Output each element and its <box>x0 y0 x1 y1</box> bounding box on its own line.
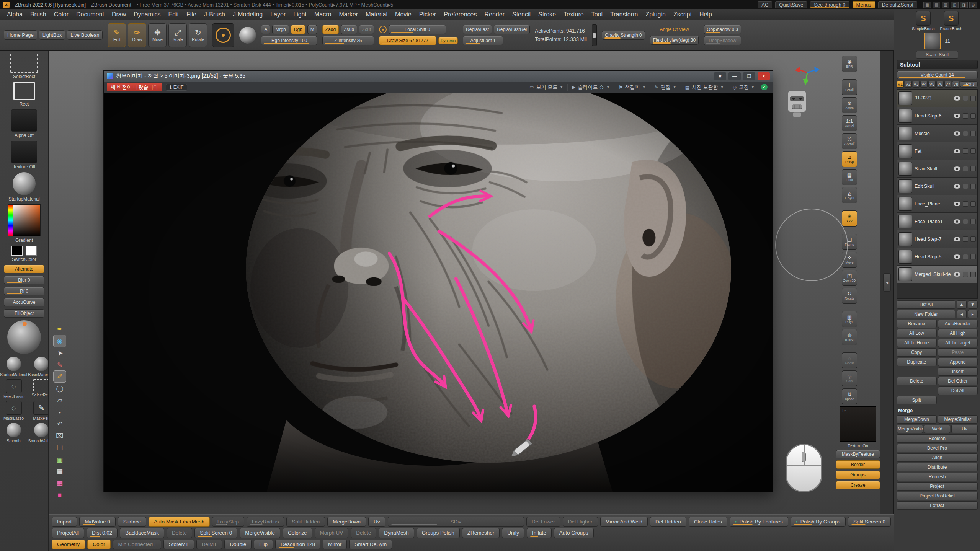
subtool-thumbnail[interactable] <box>898 232 912 246</box>
material-ball-icon[interactable] <box>239 27 256 44</box>
bottom-button[interactable]: Groups Polish <box>416 528 460 538</box>
polypaint-toggle-icon[interactable] <box>963 219 968 224</box>
merge-action-button[interactable]: Remesh <box>897 473 978 481</box>
bottom-button[interactable]: Geometry <box>52 540 85 549</box>
right-shelf-button[interactable]: ⊕ Zoom <box>842 97 857 113</box>
eye-icon[interactable] <box>954 237 960 241</box>
subtool-thumbnail[interactable] <box>898 197 912 211</box>
right-shelf-button[interactable]: ◉ BPR <box>842 56 857 72</box>
right-shelf-button[interactable]: ◎ Solo <box>842 370 857 386</box>
left-tray-item[interactable]: SelectRect <box>32 379 49 399</box>
robot-head-icon[interactable] <box>784 89 810 120</box>
bottom-button[interactable]: DelMT <box>196 540 222 549</box>
draw-button[interactable]: ✑Draw <box>128 23 146 47</box>
merge-action-button[interactable]: Boolean <box>897 434 978 443</box>
titlebar-button[interactable]: DefaultZScript <box>878 1 917 8</box>
left-tray-item[interactable]: SelectLasso <box>3 379 24 399</box>
accucurve-button[interactable]: AccuCurve <box>4 298 44 306</box>
left-tray-item[interactable]: MaskPen <box>33 401 49 421</box>
edit-button[interactable]: ✎Edit <box>108 23 126 47</box>
subtool-row[interactable]: Face_Plane <box>897 195 977 213</box>
menu-item[interactable]: Stroke <box>534 10 560 19</box>
merge-action-button[interactable]: Distribute <box>897 463 978 471</box>
color-a-button[interactable]: A <box>261 25 270 34</box>
bottom-button[interactable]: Del Higher <box>563 517 598 527</box>
subtool-action-button[interactable]: Rename <box>897 320 937 328</box>
trash-icon[interactable]: ⌧ <box>54 430 66 442</box>
titlebar-button[interactable]: AC <box>758 1 772 8</box>
subtool-row[interactable]: Head Step-7 <box>897 230 977 248</box>
bottom-button[interactable]: Double <box>224 540 252 549</box>
uv-toggle-icon[interactable] <box>970 201 976 207</box>
sample-sphere-icon[interactable] <box>7 320 41 354</box>
polypaint-toggle-icon[interactable] <box>963 236 968 242</box>
right-shelf-button[interactable]: ✛ Scroll <box>842 79 857 95</box>
subtool-action-button[interactable]: All To Target <box>938 339 978 347</box>
live-boolean-button[interactable]: Live Boolean <box>67 30 103 40</box>
polypaint-toggle-icon[interactable] <box>963 96 968 101</box>
uv-toggle-icon[interactable] <box>970 236 976 242</box>
merge-action-button[interactable]: Project BasRelief <box>897 492 978 500</box>
deep-shadow-slider[interactable]: DeepShadow <box>704 36 741 45</box>
right-shelf-button[interactable]: ◭ L.Sym <box>842 187 857 203</box>
merge-action-button[interactable]: Align <box>897 453 978 462</box>
menu-item[interactable]: Brush <box>26 10 50 19</box>
menu-item[interactable]: File <box>183 10 200 19</box>
subtool-thumbnail[interactable] <box>898 127 912 140</box>
menu-item[interactable]: Help <box>696 10 716 19</box>
viewer-image-area[interactable] <box>104 93 773 492</box>
dot-icon[interactable]: ● <box>54 406 66 418</box>
pin-icon[interactable]: ✒ <box>54 323 66 335</box>
bottom-button[interactable]: MergeDown <box>327 517 366 527</box>
simplebrush-item[interactable]: S SimpleBrush <box>912 11 935 31</box>
image-icon[interactable]: ▣ <box>54 454 66 465</box>
right-shelf-button[interactable]: ↻ Rotate <box>842 288 857 304</box>
menu-item[interactable]: Stencil <box>508 10 534 19</box>
bottom-button[interactable]: Delete <box>351 528 376 538</box>
subtool-action-button[interactable]: AutoReorder <box>938 320 978 328</box>
layout-preset-icon[interactable]: ▤ <box>933 2 940 8</box>
eye-icon[interactable] <box>954 166 960 171</box>
lightbox-button[interactable]: LightBox <box>39 30 65 40</box>
menu-item[interactable]: Zscript <box>670 10 696 19</box>
menu-item[interactable]: Preferences <box>440 10 480 19</box>
menu-item[interactable]: Draw <box>108 10 130 19</box>
rgb-intensity-slider[interactable]: Rgb Intensity 100 <box>261 36 317 45</box>
bottom-button[interactable]: ZRemesher <box>462 528 500 538</box>
uv-toggle-icon[interactable] <box>970 166 976 171</box>
bottom-button[interactable]: Unify <box>502 528 524 538</box>
layout-preset-icon[interactable]: ▥ <box>942 2 949 8</box>
bottom-button[interactable]: Auto Groups <box>554 528 594 538</box>
subtool-thumbnail[interactable] <box>898 250 912 264</box>
subtool-thumbnail[interactable] <box>898 215 912 228</box>
bottom-button[interactable]: Mirror <box>323 540 347 549</box>
subtool-action-button[interactable]: Append <box>938 358 978 366</box>
focal-shift-slider[interactable]: Focal Shift 0 <box>389 25 446 34</box>
left-tray-item[interactable]: StartupMaterial <box>0 357 27 377</box>
image-viewer-window[interactable]: 첨부이미지 - 전달 > 5 이미지-3.png [21/52] - 꿀뷰 5.… <box>103 70 773 492</box>
bottom-button[interactable]: MergeVisible <box>240 528 280 538</box>
subtool-action-button[interactable]: Delete <box>897 377 937 385</box>
color-picker-icon[interactable] <box>8 204 41 236</box>
left-tray-item[interactable]: MaskLasso <box>3 401 24 421</box>
subtool-view-tab[interactable]: V4 <box>920 81 928 88</box>
uv-toggle-icon[interactable] <box>970 113 976 119</box>
subtool-row[interactable]: Muscle <box>897 125 977 142</box>
menu-item[interactable]: Layer <box>266 10 289 19</box>
titlebar-button[interactable]: QuickSave <box>775 1 807 8</box>
uv-toggle-icon[interactable] <box>970 184 976 189</box>
eye-icon[interactable] <box>954 149 960 153</box>
layout-preset-icon[interactable]: ◎ <box>969 2 977 8</box>
left-tray-item[interactable]: StartupMaterial <box>8 172 39 202</box>
polypaint-toggle-icon[interactable] <box>963 131 968 136</box>
eye-icon[interactable] <box>954 254 960 259</box>
fov-slider[interactable]: Field of view(deg) 30 <box>650 36 699 45</box>
bottom-button[interactable]: SDiv <box>388 517 524 527</box>
bottom-button[interactable]: Split Screen 0 <box>848 517 891 527</box>
rgb-button[interactable]: Rgb <box>291 25 305 34</box>
viewer-menu-item[interactable]: ◎ 고정 ▼ <box>728 84 759 91</box>
tray-divider[interactable]: ◂ <box>880 51 894 514</box>
strip-button[interactable]: MaskByFeature <box>836 450 880 458</box>
adjust-last-slider[interactable]: AdjustLast 1 <box>463 36 503 45</box>
bottom-button[interactable]: MidValue 0 <box>79 517 116 527</box>
